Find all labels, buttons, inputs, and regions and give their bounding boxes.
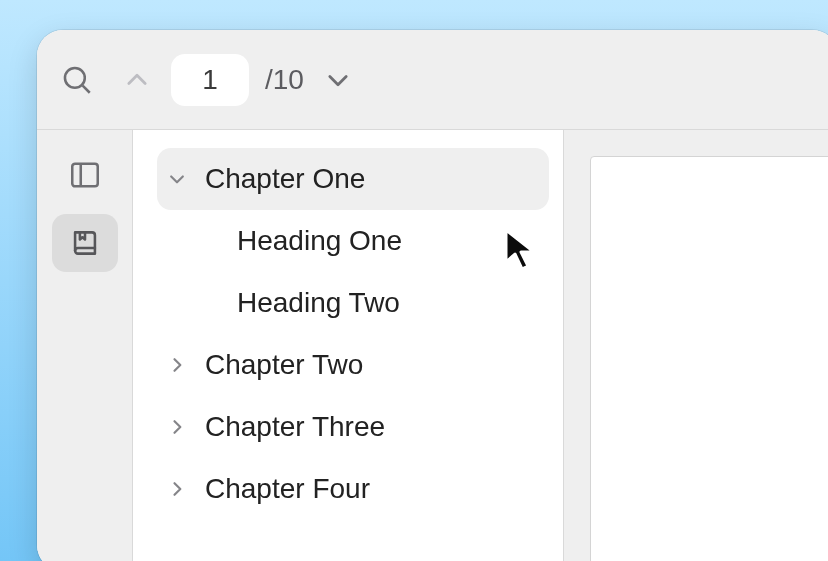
- body: Chapter One Heading One Heading Two Chap…: [37, 130, 828, 561]
- outline-item-chapter-two[interactable]: Chapter Two: [157, 334, 549, 396]
- outline-item-chapter-one[interactable]: Chapter One: [157, 148, 549, 210]
- page-preview[interactable]: [590, 156, 828, 561]
- page-number-input[interactable]: [171, 54, 249, 106]
- chevron-right-icon[interactable]: [163, 417, 191, 437]
- outline-label: Chapter One: [205, 163, 365, 195]
- chevron-right-icon[interactable]: [163, 479, 191, 499]
- thumbnails-tab[interactable]: [52, 146, 118, 204]
- outline-label: Chapter Three: [205, 411, 385, 443]
- sidebar-rail: [37, 130, 133, 561]
- outline-label: Chapter Two: [205, 349, 363, 381]
- page-total-label: /10: [265, 64, 304, 96]
- next-page-button[interactable]: [312, 54, 364, 106]
- search-button[interactable]: [51, 54, 103, 106]
- outline-label: Chapter Four: [205, 473, 370, 505]
- svg-rect-2: [72, 164, 98, 187]
- app-window: /10: [37, 30, 828, 561]
- content-pane: [563, 130, 828, 561]
- prev-page-button[interactable]: [111, 54, 163, 106]
- outline-item-heading-one[interactable]: Heading One: [157, 210, 549, 272]
- svg-line-1: [83, 85, 90, 92]
- svg-point-0: [65, 67, 85, 87]
- outline-pane: Chapter One Heading One Heading Two Chap…: [133, 130, 563, 561]
- outline-label: Heading One: [237, 225, 402, 257]
- outline-item-chapter-three[interactable]: Chapter Three: [157, 396, 549, 458]
- chevron-right-icon[interactable]: [163, 355, 191, 375]
- outline-item-chapter-four[interactable]: Chapter Four: [157, 458, 549, 520]
- outline-item-heading-two[interactable]: Heading Two: [157, 272, 549, 334]
- outline-tab[interactable]: [52, 214, 118, 272]
- outline-label: Heading Two: [237, 287, 400, 319]
- toolbar: /10: [37, 30, 828, 130]
- chevron-down-icon[interactable]: [163, 169, 191, 189]
